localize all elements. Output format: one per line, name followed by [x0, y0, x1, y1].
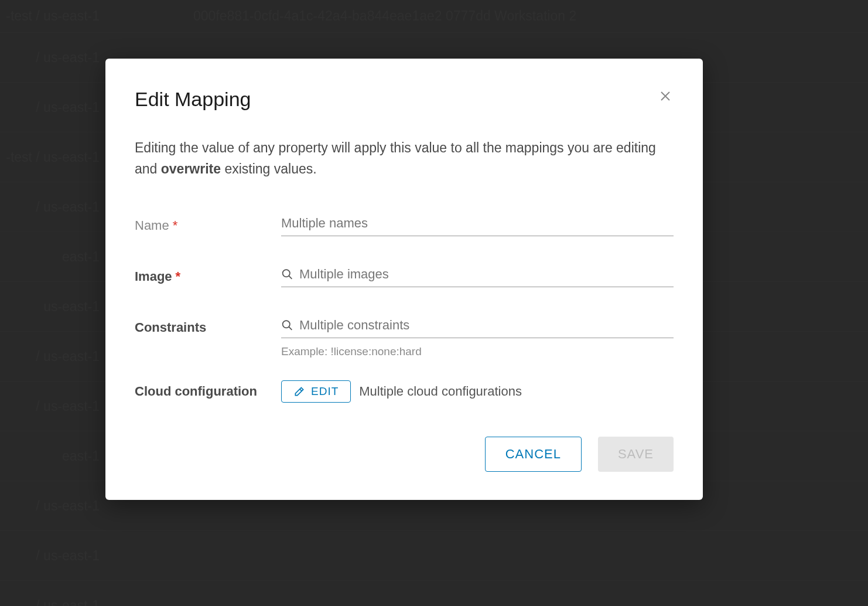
- name-input[interactable]: [281, 215, 674, 232]
- pencil-icon: [293, 386, 305, 397]
- image-label: Image*: [135, 265, 281, 286]
- name-label: Name*: [135, 215, 281, 235]
- image-label-text: Image: [135, 269, 172, 284]
- desc-post: existing values.: [221, 161, 317, 176]
- cloud-config-label-text: Cloud configuration: [135, 384, 257, 399]
- close-button[interactable]: [657, 88, 674, 104]
- search-icon: [281, 268, 293, 281]
- modal-title: Edit Mapping: [135, 88, 251, 111]
- cloud-config-label: Cloud configuration: [135, 380, 281, 401]
- constraints-label: Constraints: [135, 316, 281, 337]
- modal-description: Editing the value of any property will a…: [135, 138, 674, 179]
- svg-line-4: [300, 389, 302, 391]
- svg-point-0: [283, 270, 290, 277]
- cancel-button[interactable]: CANCEL: [485, 437, 582, 472]
- search-icon: [281, 319, 293, 332]
- constraints-label-text: Constraints: [135, 320, 206, 335]
- cloud-config-value: Multiple cloud configurations: [359, 384, 522, 399]
- svg-point-2: [283, 321, 290, 328]
- cloud-config-edit-button[interactable]: EDIT: [281, 380, 351, 403]
- image-input[interactable]: [299, 265, 674, 283]
- constraints-input[interactable]: [299, 316, 674, 334]
- name-label-text: Name: [135, 218, 169, 233]
- edit-mapping-modal: Edit Mapping Editing the value of any pr…: [105, 59, 703, 500]
- edit-button-label: EDIT: [311, 385, 339, 398]
- svg-line-3: [289, 327, 292, 330]
- save-button[interactable]: SAVE: [598, 437, 674, 472]
- close-icon: [658, 89, 672, 103]
- constraints-hint: Example: !license:none:hard: [281, 345, 674, 358]
- required-asterisk: *: [176, 269, 181, 284]
- required-asterisk: *: [173, 218, 178, 233]
- desc-bold: overwrite: [161, 161, 221, 176]
- svg-line-1: [289, 276, 292, 279]
